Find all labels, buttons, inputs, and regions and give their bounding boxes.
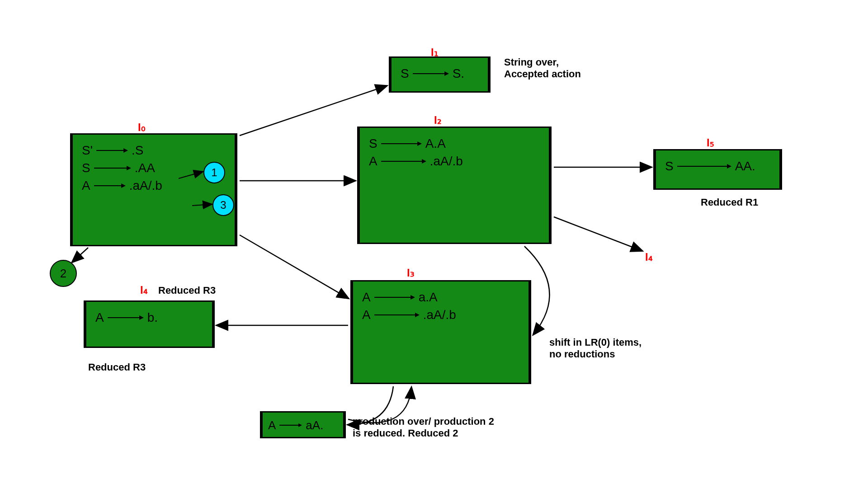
prod-rhs: S. (453, 65, 464, 82)
prod-rhs: .S (132, 141, 143, 159)
prod-lhs: S' (82, 141, 93, 159)
prod-rhs: a.A (419, 288, 438, 306)
svg-marker-9 (417, 141, 422, 146)
prod-rhs: AA. (735, 157, 755, 175)
note-I4-bottom: Reduced R3 (88, 361, 146, 373)
label-I2: I₂ (434, 114, 442, 127)
arrow-icon (279, 422, 302, 428)
svg-marker-11 (422, 159, 426, 164)
arrow-icon (94, 182, 126, 189)
prod-lhs: A (268, 417, 276, 433)
arrow-icon (413, 70, 449, 77)
arrow-icon (677, 163, 731, 170)
svg-marker-15 (410, 295, 415, 300)
prod-rhs: aA. (306, 417, 323, 433)
svg-marker-17 (415, 313, 420, 317)
note-I4-title: Reduced R3 (158, 285, 216, 296)
arrow-icon (96, 147, 128, 154)
note-I3-side: shift in LR(0) items, no reductions (549, 337, 642, 361)
prod-lhs: A (95, 309, 104, 326)
state-I4: A b. (84, 300, 215, 348)
svg-marker-3 (127, 166, 131, 170)
prod-lhs: A (362, 288, 371, 306)
label-I5: I₅ (707, 136, 714, 149)
prod-lhs: A (82, 177, 90, 194)
prod-lhs: S (665, 157, 674, 175)
svg-marker-5 (121, 183, 126, 188)
note-I5: Reduced R1 (701, 197, 758, 208)
prod-lhs: S (82, 159, 90, 177)
label-I0: I₀ (138, 121, 146, 134)
circle-1: 1 (203, 162, 225, 183)
state-I0: S' .S S .AA A .aA/.b (70, 133, 237, 246)
svg-line-25 (240, 235, 348, 298)
prod-lhs: A (369, 152, 377, 170)
state-I5: S AA. (653, 149, 782, 190)
state-I6: A aA. (260, 411, 346, 438)
svg-marker-13 (727, 164, 731, 169)
arrow-icon (108, 314, 144, 321)
prod-lhs: A (362, 306, 371, 324)
arrow-icon (374, 294, 415, 301)
circle-3: 3 (212, 194, 234, 216)
prod-rhs: .aA/.b (423, 306, 456, 324)
prod-rhs: .aA/.b (129, 177, 162, 194)
state-I1: S S. (389, 56, 491, 93)
prod-rhs: .AA (135, 159, 155, 177)
arrow-icon (381, 158, 426, 165)
svg-marker-19 (139, 315, 144, 320)
svg-marker-7 (444, 71, 449, 76)
arrow-icon (381, 140, 422, 147)
arrow-icon (94, 164, 131, 172)
state-I2: S A.A A .aA/.b (357, 127, 552, 244)
note-I6: production over/ production 2 is reduced… (353, 416, 494, 440)
label-I3: I₃ (407, 267, 415, 279)
prod-rhs: b. (147, 309, 158, 326)
label-I4-ref: I₄ (645, 251, 653, 263)
svg-line-30 (554, 217, 642, 251)
prod-rhs: .aA/.b (430, 152, 463, 170)
prod-lhs: S (369, 135, 377, 152)
svg-line-26 (72, 248, 88, 262)
note-I1: String over, Accepted action (504, 56, 581, 80)
state-I3: A a.A A .aA/.b (350, 280, 531, 384)
svg-marker-21 (298, 423, 302, 427)
circle-2: 2 (50, 260, 77, 287)
label-I4: I₄ (140, 284, 148, 296)
prod-rhs: A.A (425, 135, 446, 152)
arrow-icon (374, 311, 420, 319)
svg-marker-1 (123, 148, 128, 153)
prod-lhs: S (401, 65, 409, 82)
